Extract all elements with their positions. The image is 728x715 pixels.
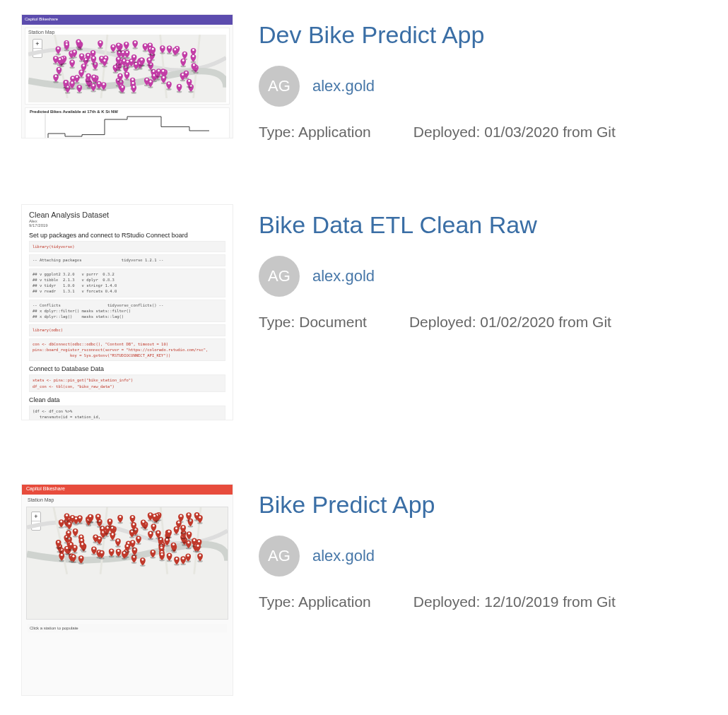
author-link[interactable]: alex.gold bbox=[312, 267, 375, 285]
svg-point-217 bbox=[174, 48, 176, 50]
svg-point-161 bbox=[130, 59, 132, 61]
svg-point-361 bbox=[66, 547, 68, 549]
avatar: AG bbox=[259, 66, 300, 107]
svg-point-335 bbox=[153, 525, 155, 527]
svg-point-117 bbox=[131, 78, 134, 81]
author-link[interactable]: alex.gold bbox=[312, 77, 375, 95]
svg-point-393 bbox=[193, 539, 195, 541]
author-row: AG alex.gold bbox=[259, 536, 707, 577]
author-link[interactable]: alex.gold bbox=[312, 547, 375, 565]
svg-point-155 bbox=[58, 68, 60, 70]
content-thumbnail[interactable]: Capitol Bikeshare Station Map +− Predict… bbox=[21, 14, 233, 138]
doc-byline: Alex9/17/2019 bbox=[29, 219, 225, 228]
svg-point-381 bbox=[177, 521, 180, 524]
svg-point-331 bbox=[160, 547, 163, 549]
svg-point-333 bbox=[176, 557, 178, 560]
svg-point-73 bbox=[93, 76, 95, 78]
svg-point-389 bbox=[175, 527, 177, 529]
svg-point-359 bbox=[95, 536, 97, 538]
svg-point-285 bbox=[152, 550, 154, 552]
doc-section: Set up packages and connect to RStudio C… bbox=[29, 232, 225, 239]
svg-point-405 bbox=[72, 555, 74, 557]
svg-point-189 bbox=[127, 61, 129, 63]
svg-point-151 bbox=[66, 43, 68, 45]
content-card: Capitol Bikeshare Station Map +− Predict… bbox=[21, 14, 707, 141]
doc-section: Connect to Database Data bbox=[29, 365, 225, 372]
code-output: ## v ggplot2 3.2.0 v purrr 0.3.2 ## v ti… bbox=[29, 268, 225, 297]
deployed-meta: Deployed: 01/03/2020 from Git bbox=[413, 124, 616, 141]
svg-point-411 bbox=[157, 531, 159, 533]
content-details: Bike Data ETL Clean Raw AG alex.gold Typ… bbox=[259, 204, 707, 331]
code-block: (df <- df_con %>% transmute(id = station… bbox=[29, 406, 225, 420]
svg-point-163 bbox=[71, 82, 74, 84]
svg-point-265 bbox=[180, 515, 182, 517]
code-output: -- Attaching packages tidyverse 1.2.1 -- bbox=[29, 254, 225, 266]
content-title-link[interactable]: Bike Predict App bbox=[259, 491, 707, 519]
svg-point-179 bbox=[146, 78, 148, 81]
svg-point-53 bbox=[74, 50, 76, 52]
svg-point-379 bbox=[100, 551, 102, 553]
map-preview: +− bbox=[28, 35, 226, 102]
svg-point-37 bbox=[133, 55, 135, 57]
svg-point-109 bbox=[149, 81, 151, 83]
svg-point-209 bbox=[81, 71, 83, 73]
avatar: AG bbox=[259, 536, 300, 577]
svg-point-319 bbox=[149, 532, 151, 534]
svg-point-219 bbox=[103, 59, 105, 61]
svg-point-353 bbox=[74, 529, 76, 531]
svg-point-71 bbox=[161, 46, 163, 48]
svg-point-187 bbox=[163, 76, 165, 78]
svg-point-207 bbox=[59, 58, 61, 60]
svg-point-369 bbox=[75, 517, 77, 519]
svg-point-269 bbox=[187, 541, 189, 543]
svg-point-15 bbox=[126, 51, 128, 53]
chart-preview: Predicted Bikes Available at 17th & K St… bbox=[25, 107, 230, 138]
svg-point-91 bbox=[54, 57, 57, 59]
svg-point-129 bbox=[168, 47, 170, 49]
svg-point-233 bbox=[168, 554, 170, 556]
code-output: -- Conflicts tidyverse_conflicts() -- ##… bbox=[29, 300, 225, 323]
svg-point-41 bbox=[105, 57, 107, 59]
deployed-meta: Deployed: 01/02/2020 from Git bbox=[409, 314, 611, 331]
svg-point-159 bbox=[132, 82, 134, 84]
svg-point-195 bbox=[122, 86, 124, 88]
svg-point-143 bbox=[102, 83, 105, 85]
svg-point-395 bbox=[89, 515, 91, 517]
svg-point-365 bbox=[97, 515, 99, 517]
svg-point-39 bbox=[76, 76, 78, 78]
svg-point-413 bbox=[68, 522, 70, 524]
svg-point-311 bbox=[172, 543, 175, 545]
svg-point-121 bbox=[125, 42, 127, 45]
svg-point-127 bbox=[87, 54, 89, 56]
content-card: Capitol Bikeshare Station Map +− Click a… bbox=[21, 484, 707, 696]
code-block: con <- dbConnect(odbc::odbc(), "Content … bbox=[29, 338, 225, 362]
svg-point-289 bbox=[98, 537, 100, 539]
svg-point-27 bbox=[192, 49, 194, 51]
panel-label: Station Map bbox=[28, 30, 226, 35]
svg-point-89 bbox=[93, 84, 95, 86]
svg-point-251 bbox=[110, 550, 112, 552]
svg-point-185 bbox=[148, 58, 151, 60]
content-title-link[interactable]: Dev Bike Predict App bbox=[259, 21, 707, 49]
content-thumbnail[interactable]: Clean Analysis Dataset Alex9/17/2019 Set… bbox=[21, 204, 233, 420]
hint-text: Click a station to populate bbox=[28, 624, 227, 632]
svg-point-417 bbox=[61, 554, 63, 556]
content-thumbnail[interactable]: Capitol Bikeshare Station Map +− Click a… bbox=[21, 484, 233, 696]
svg-point-355 bbox=[117, 539, 119, 541]
code-block: library(tidyverse) bbox=[29, 241, 225, 252]
code-block: stats <- pins::pin_get("bike_station_inf… bbox=[29, 374, 225, 392]
svg-point-215 bbox=[141, 59, 143, 61]
svg-point-75 bbox=[178, 85, 180, 87]
svg-point-351 bbox=[131, 516, 134, 518]
svg-point-437 bbox=[119, 516, 122, 518]
svg-point-157 bbox=[117, 57, 119, 59]
svg-point-343 bbox=[166, 538, 168, 540]
type-meta: Type: Document bbox=[259, 314, 367, 331]
svg-point-263 bbox=[196, 513, 198, 515]
content-title-link[interactable]: Bike Data ETL Clean Raw bbox=[259, 211, 707, 239]
meta-row: Type: Document Deployed: 01/02/2020 from… bbox=[259, 314, 707, 331]
svg-point-433 bbox=[131, 541, 134, 543]
svg-point-175 bbox=[168, 83, 170, 85]
svg-point-205 bbox=[193, 64, 195, 66]
svg-point-423 bbox=[127, 545, 129, 547]
